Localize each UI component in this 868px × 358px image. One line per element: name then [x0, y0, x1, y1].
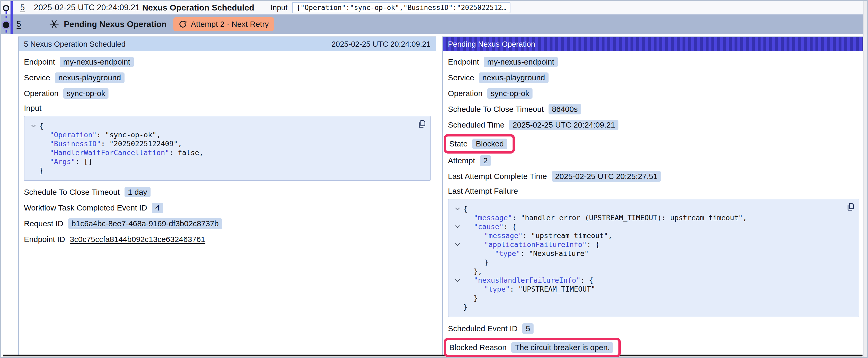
code-line: "BusinessID": "20250225122409", [28, 139, 425, 148]
field-row-service: Servicenexus-playground [24, 72, 431, 83]
scrollbar-track[interactable] [863, 1, 867, 357]
input-group-label: Input [24, 104, 431, 112]
schedule-to-close-timeout-value: 1 day [125, 187, 151, 197]
scheduled-event-id-value: 5 [522, 323, 533, 334]
service-label: Service [24, 73, 50, 82]
code-line: "Operation": "sync-op-ok", [28, 130, 425, 139]
input-json-viewer: {"Operation": "sync-op-ok","BusinessID":… [24, 116, 431, 181]
endpoint-label: Endpoint [24, 58, 55, 66]
field-row-endpoint: Endpointmy-nexus-endpoint [448, 57, 859, 67]
code-line: } [452, 294, 854, 303]
event-detail-panel: 5 Nexus Operation Scheduled 2025-02-25 U… [18, 36, 436, 356]
operation-value: sync-op-ok [487, 88, 533, 99]
attempt-label: Attempt [448, 156, 475, 165]
operation-label: Operation [24, 89, 59, 98]
field-row-endpoint-id: Endpoint ID3c0c75ccfa8144b092c13ce632463… [24, 234, 431, 245]
blocked-reason-label: Blocked Reason [449, 343, 506, 352]
endpoint-id-label: Endpoint ID [24, 235, 65, 244]
field-row-last-attempt-complete-time: Last Attempt Complete Time2025-02-25 UTC… [448, 171, 859, 182]
detail-panels: 5 Nexus Operation Scheduled 2025-02-25 U… [1, 36, 867, 356]
code-line: }, [452, 267, 854, 276]
code-line: "message": "handler error (UPSTREAM_TIME… [452, 214, 854, 222]
highlight-annotation-blocked-reason: Blocked ReasonThe circuit breaker is ope… [444, 338, 621, 357]
code-line: "Args": [] [28, 157, 425, 166]
code-line: { [28, 122, 425, 130]
code-line: { [452, 204, 854, 214]
state-label: State [449, 139, 468, 148]
code-line: "type": "UPSTREAM_TIMEOUT" [452, 285, 854, 294]
timeline-node-open-icon [3, 5, 9, 11]
event-detail-header: 5 Nexus Operation Scheduled 2025-02-25 U… [19, 37, 436, 51]
code-line: "message": "upstream timeout", [452, 231, 854, 240]
retry-icon [179, 20, 187, 28]
field-row-blocked-reason: Blocked ReasonThe circuit breaker is ope… [449, 342, 613, 353]
scheduled-event-id-label: Scheduled Event ID [448, 324, 518, 333]
code-line: "nexusHandlerFailureInfo": { [452, 276, 854, 285]
schedule-to-close-timeout-label: Schedule To Close Timeout [448, 105, 544, 113]
workflow-task-completed-event-id-value: 4 [152, 203, 163, 213]
workflow-task-completed-event-id-label: Workflow Task Completed Event ID [24, 203, 147, 212]
code-text: }, [463, 267, 482, 276]
pending-operation-row[interactable]: 5 Pending Nexus Operation Attempt 2 · Ne… [1, 14, 863, 34]
endpoint-id-value[interactable]: 3c0c75ccfa8144b092c13ce632463761 [70, 235, 205, 244]
collapse-chevron-icon[interactable] [452, 243, 463, 246]
blocked-reason-value: The circuit breaker is open. [511, 342, 613, 353]
last-attempt-complete-time-value: 2025-02-25 UTC 20:25:27.51 [552, 171, 661, 182]
copy-button[interactable] [846, 202, 855, 211]
code-text: "HandlerWaitForCancellation": false, [39, 148, 203, 157]
field-row-state: StateBlocked [449, 138, 507, 149]
field-row-schedule-to-close-timeout: Schedule To Close Timeout86400s [448, 104, 859, 115]
collapse-chevron-icon[interactable] [452, 279, 463, 282]
collapse-chevron-icon[interactable] [452, 225, 463, 228]
field-row-operation: Operationsync-op-ok [448, 88, 859, 99]
timeline-active-bar [10, 1, 13, 34]
field-row-service: Servicenexus-playground [448, 72, 859, 83]
pending-id-link[interactable]: 5 [17, 20, 25, 29]
pending-operation-title: Pending Nexus Operation [64, 20, 166, 29]
endpoint-value: my-nexus-endpoint [484, 57, 557, 67]
bottom-border-line [3, 355, 863, 356]
event-id-link[interactable]: 5 [20, 3, 28, 12]
timeline-node-current-icon [3, 22, 9, 28]
collapse-chevron-icon[interactable] [28, 124, 39, 128]
scheduled-time-value: 2025-02-25 UTC 20:24:09.21 [509, 120, 618, 130]
code-text: "applicationFailureInfo": { [463, 240, 599, 249]
schedule-to-close-timeout-label: Schedule To Close Timeout [24, 188, 120, 197]
event-detail-header-title: 5 Nexus Operation Scheduled [24, 40, 126, 48]
field-row-operation: Operationsync-op-ok [24, 88, 431, 99]
state-value: Blocked [472, 138, 507, 149]
event-timestamp: 2025-02-25 UTC 20:24:09.21 [34, 3, 142, 12]
code-line: } [452, 258, 854, 267]
service-value: nexus-playground [55, 72, 125, 83]
endpoint-value: my-nexus-endpoint [60, 57, 133, 67]
code-text: "message": "handler error (UPSTREAM_TIME… [463, 214, 747, 222]
request-id-value: b1c6a4bc-8ee7-468a-9169-df3b02c8737b [68, 218, 222, 229]
code-line: "HandlerWaitForCancellation": false, [28, 148, 425, 157]
asterisk-icon [49, 19, 59, 29]
copy-button[interactable] [417, 120, 426, 128]
event-detail-header-timestamp: 2025-02-25 UTC 20:24:09.21 [332, 40, 431, 48]
code-text: "type": "UPSTREAM_TIMEOUT" [463, 285, 595, 294]
collapse-chevron-icon[interactable] [452, 207, 463, 210]
event-row-scheduled[interactable]: 5 2025-02-25 UTC 20:24:09.21 Nexus Opera… [1, 1, 863, 14]
endpoint-label: Endpoint [448, 58, 479, 66]
code-text: "Operation": "sync-op-ok", [39, 130, 161, 139]
code-line: "type": "NexusFailure" [452, 249, 854, 258]
highlight-annotation-state: StateBlocked [444, 134, 515, 154]
code-text: "Args": [] [39, 157, 92, 166]
last-attempt-complete-time-label: Last Attempt Complete Time [448, 172, 547, 181]
code-text: "nexusHandlerFailureInfo": { [463, 276, 593, 285]
field-row-scheduled-event-id: Scheduled Event ID5 [448, 323, 859, 334]
failure-json-viewer: {"message": "handler error (UPSTREAM_TIM… [448, 199, 859, 317]
code-text: { [39, 122, 43, 130]
code-text: } [463, 258, 488, 267]
field-row-request-id: Request IDb1c6a4bc-8ee7-468a-9169-df3b02… [24, 218, 431, 229]
code-text: "BusinessID": "20250225122409", [39, 139, 182, 148]
scheduled-time-label: Scheduled Time [448, 121, 504, 129]
code-text: "message": "upstream timeout", [463, 231, 612, 240]
retry-badge-label: Attempt 2 · Next Retry [191, 20, 269, 29]
code-text: { [463, 204, 467, 214]
field-row-schedule-to-close-timeout: Schedule To Close Timeout1 day [24, 187, 431, 198]
workflow-event-history-screen: 5 2025-02-25 UTC 20:24:09.21 Nexus Opera… [0, 0, 868, 358]
code-text: } [463, 294, 478, 303]
